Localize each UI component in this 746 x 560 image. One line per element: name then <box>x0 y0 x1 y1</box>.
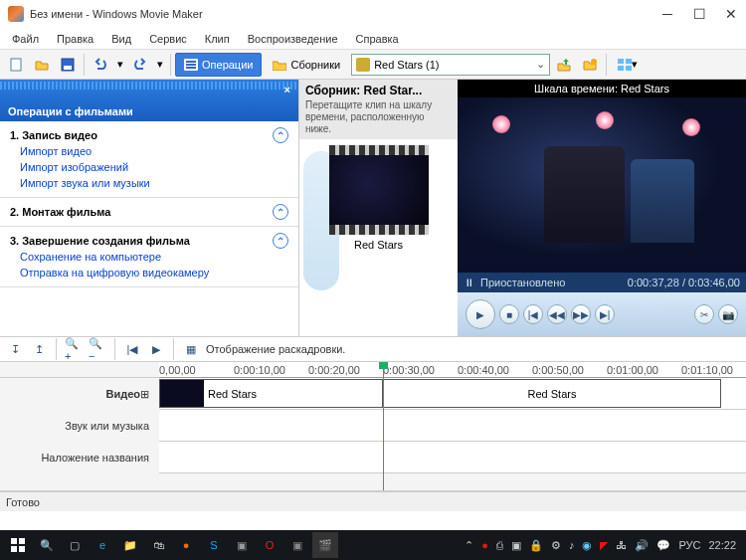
audio-track[interactable] <box>159 410 746 442</box>
menubar: Файл Правка Вид Сервис Клип Воспроизведе… <box>0 28 746 50</box>
close-button[interactable]: ✕ <box>724 6 738 22</box>
prev-button[interactable]: |◀ <box>523 304 543 324</box>
start-button[interactable] <box>4 532 32 558</box>
next-button[interactable]: ▶| <box>595 304 615 324</box>
taskview-icon[interactable]: ▢ <box>62 532 88 558</box>
tasks-toggle-button[interactable]: Операции <box>175 53 262 77</box>
tray-icon[interactable]: ⚙ <box>551 539 561 552</box>
rewind-timeline-button[interactable]: |◀ <box>123 340 141 358</box>
collection-select[interactable]: Red Stars (1) ⌄ <box>351 54 550 76</box>
menu-clip[interactable]: Клип <box>197 31 238 47</box>
collections-toggle-button[interactable]: Сборники <box>264 53 349 77</box>
rewind-button[interactable]: ◀◀ <box>547 304 567 324</box>
preview-pane: Шкала времени: Red Stars ⏸ Приостановлен… <box>458 80 746 336</box>
tasks-close-button[interactable]: × <box>284 84 290 95</box>
link-import-images[interactable]: Импорт изображений <box>10 159 288 175</box>
task-section-2-title[interactable]: 2. Монтаж фильма⌃ <box>10 204 288 220</box>
tray-icon[interactable]: 🔒 <box>529 539 543 552</box>
redo-button[interactable] <box>128 53 152 77</box>
playhead[interactable] <box>383 362 384 490</box>
svg-rect-15 <box>19 546 25 552</box>
tray-icon[interactable]: ⎙ <box>496 539 503 551</box>
set-start-button[interactable]: ↧ <box>6 340 24 358</box>
menu-file[interactable]: Файл <box>4 31 47 47</box>
windows-taskbar: 🔍 ▢ e 📁 🛍 ● S ▣ O ▣ 🎬 ⌃ ● ⎙ ▣ 🔒 ⚙ ♪ ◉ ◤ … <box>0 530 746 560</box>
svg-rect-0 <box>11 59 21 71</box>
title-track[interactable] <box>159 442 746 473</box>
explorer-icon[interactable]: 📁 <box>117 532 143 558</box>
link-import-video[interactable]: Импорт видео <box>10 143 288 159</box>
forward-button[interactable]: ▶▶ <box>571 304 591 324</box>
tray-icon[interactable]: ● <box>481 539 488 551</box>
skype-icon[interactable]: S <box>201 532 227 558</box>
redo-dropdown[interactable]: ▾ <box>154 53 166 77</box>
menu-play[interactable]: Воспроизведение <box>240 31 346 47</box>
task-section-3-title[interactable]: 3. Завершение создания фильма⌃ <box>10 233 288 249</box>
up-level-button[interactable] <box>552 53 576 77</box>
clock[interactable]: 22:22 <box>708 539 736 551</box>
search-icon[interactable]: 🔍 <box>34 532 60 558</box>
store-icon[interactable]: 🛍 <box>145 532 171 558</box>
set-end-button[interactable]: ↥ <box>30 340 48 358</box>
play-timeline-button[interactable]: ▶ <box>147 340 165 358</box>
tray-icon[interactable]: ▣ <box>511 539 521 552</box>
moviemaker-icon[interactable]: 🎬 <box>312 532 338 558</box>
minimize-button[interactable]: ─ <box>660 6 674 22</box>
maximize-button[interactable]: ☐ <box>692 6 706 22</box>
menu-help[interactable]: Справка <box>348 31 407 47</box>
ruler-tick: 0:01:00,00 <box>607 364 658 376</box>
tray-icon[interactable]: ⌃ <box>465 539 473 552</box>
timeline-clip[interactable]: Red Stars <box>383 379 721 408</box>
split-button[interactable]: ✂ <box>694 304 714 324</box>
network-icon[interactable]: 🖧 <box>616 539 627 551</box>
timeline-ruler[interactable]: 0,00,00 0:00:10,00 0:00:20,00 0:00:30,00… <box>159 362 746 378</box>
svg-rect-4 <box>186 61 196 63</box>
preview-video[interactable] <box>458 97 746 273</box>
new-button[interactable] <box>4 53 28 77</box>
tray-icon[interactable]: ◤ <box>600 539 608 552</box>
open-button[interactable] <box>30 53 54 77</box>
link-send-camera[interactable]: Отправка на цифровую видеокамеру <box>10 265 288 280</box>
language-indicator[interactable]: РУС <box>678 539 700 551</box>
zoom-in-button[interactable]: 🔍+ <box>65 340 83 358</box>
new-folder-button[interactable] <box>578 53 602 77</box>
edge-icon[interactable]: e <box>90 532 115 558</box>
chevron-up-icon: ⌃ <box>273 233 288 249</box>
clip-label: Red Stars <box>329 235 429 251</box>
clip-thumbnail[interactable]: Red Stars <box>329 145 429 251</box>
zoom-out-button[interactable]: 🔍− <box>89 340 106 358</box>
task-section-3: 3. Завершение создания фильма⌃ Сохранени… <box>0 227 298 287</box>
link-import-audio[interactable]: Импорт звука или музыки <box>10 175 288 191</box>
timeline-toggle-label[interactable]: Отображение раскадровки. <box>206 343 345 355</box>
menu-tools[interactable]: Сервис <box>141 31 195 47</box>
stop-button[interactable]: ■ <box>499 304 519 324</box>
action-center-icon[interactable]: 💬 <box>656 539 670 552</box>
track-label-title: Наложение названия <box>0 442 159 473</box>
menu-view[interactable]: Вид <box>103 31 139 47</box>
timeline: Видео ⊞ Звук или музыка Наложение назван… <box>0 362 746 491</box>
save-button[interactable] <box>56 53 80 77</box>
undo-dropdown[interactable]: ▾ <box>114 53 126 77</box>
collection-icon <box>356 58 370 72</box>
play-button[interactable]: ▶ <box>466 299 495 329</box>
task-section-1-title[interactable]: 1. Запись видео⌃ <box>10 127 288 143</box>
firefox-icon[interactable]: ● <box>173 532 199 558</box>
link-save-computer[interactable]: Сохранение на компьютере <box>10 249 288 265</box>
opera-icon[interactable]: O <box>257 532 282 558</box>
menu-edit[interactable]: Правка <box>49 31 101 47</box>
volume-icon[interactable]: 🔊 <box>635 539 649 552</box>
steam-icon[interactable]: ◉ <box>582 539 592 552</box>
video-track[interactable]: Red Stars Red Stars <box>159 378 746 410</box>
view-mode-button[interactable]: ▾ <box>611 53 645 77</box>
timeline-clip[interactable]: Red Stars <box>159 379 383 408</box>
app-icon[interactable]: ▣ <box>284 532 310 558</box>
tray-icon[interactable]: ♪ <box>569 539 575 551</box>
undo-button[interactable] <box>89 53 112 77</box>
timeline-body[interactable]: 0,00,00 0:00:10,00 0:00:20,00 0:00:30,00… <box>159 362 746 490</box>
collection-pane: Сборник: Red Star... Перетащите клип на … <box>298 80 458 336</box>
ruler-tick: 0:00:40,00 <box>458 364 509 376</box>
app-icon[interactable]: ▣ <box>229 532 255 558</box>
toolbar: ▾ ▾ Операции Сборники Red Stars (1) ⌄ ▾ <box>0 50 746 80</box>
system-tray: ⌃ ● ⎙ ▣ 🔒 ⚙ ♪ ◉ ◤ 🖧 🔊 💬 РУС 22:22 <box>465 539 742 552</box>
snapshot-button[interactable]: 📷 <box>718 304 738 324</box>
